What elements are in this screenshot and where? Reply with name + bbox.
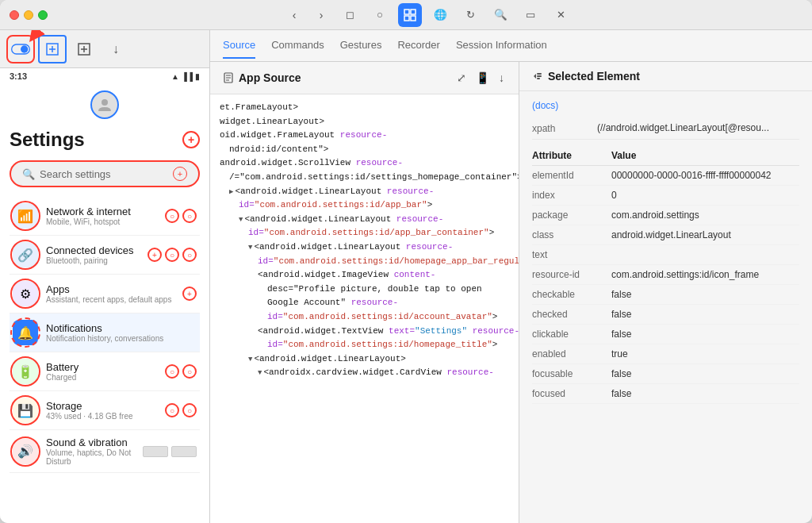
- connected-name: Connected devices: [46, 244, 140, 256]
- list-item[interactable]: 🔊 Sound & vibration Volume, haptics, Do …: [10, 430, 200, 473]
- tab-gestures[interactable]: Gestures: [340, 33, 382, 59]
- search-icon: 🔍: [22, 168, 35, 180]
- battery-circle[interactable]: ○: [165, 364, 179, 379]
- settings-title: Settings: [10, 129, 85, 151]
- select-element-button[interactable]: [38, 35, 67, 63]
- battery-info: Battery Charged: [46, 361, 157, 382]
- svg-rect-0: [404, 10, 409, 14]
- list-item[interactable]: 🔔 Notifications Notification history, co…: [10, 313, 200, 352]
- signal-icon: ▐▐: [182, 72, 193, 81]
- list-item[interactable]: ⚙ Apps Assistant, recent apps, default a…: [10, 275, 200, 313]
- table-row: focusablefalse: [532, 364, 799, 384]
- docs-link[interactable]: (docs): [532, 100, 558, 111]
- tab-commands[interactable]: Commands: [271, 33, 324, 59]
- list-item[interactable]: 📶 Network & internet Mobile, WiFi, hotsp…: [10, 197, 200, 236]
- connected-add[interactable]: +: [147, 248, 162, 262]
- connected-circle[interactable]: ○: [165, 248, 179, 262]
- list-item[interactable]: 🔋 Battery Charged ○ ○: [10, 352, 200, 391]
- storage-circle[interactable]: ○: [165, 403, 179, 417]
- attributes-table: Attribute Value elementId00000000-0000-0…: [532, 146, 799, 404]
- attr-value-cell: false: [611, 364, 799, 384]
- table-row: classandroid.widget.LinearLayout: [532, 225, 799, 245]
- attr-value-cell: [611, 245, 799, 265]
- xml-source: et.FrameLayout> widget.LinearLayout> oid…: [210, 94, 519, 523]
- battery-desc: Charged: [46, 373, 157, 382]
- globe-button[interactable]: 🌐: [428, 3, 452, 27]
- attr-name-cell: clickable: [532, 325, 611, 344]
- settings-title-row: Settings +: [10, 129, 200, 151]
- attribute-col-header: Attribute: [532, 146, 611, 166]
- storage-icon: 💾: [13, 398, 38, 423]
- tabs-bar: Source Commands Gestures Recorder Sessio…: [210, 30, 812, 62]
- mobile-view-button[interactable]: 📱: [474, 70, 491, 86]
- battery-actions: ○ ○: [165, 364, 197, 379]
- svg-rect-3: [411, 16, 416, 21]
- circle-button[interactable]: ○: [368, 3, 392, 27]
- battery-icon: ▮: [195, 72, 200, 81]
- connected-circle2[interactable]: ○: [182, 248, 197, 262]
- svg-rect-1: [411, 10, 416, 14]
- apps-actions: +: [182, 286, 197, 301]
- expand-source-button[interactable]: ⤢: [455, 70, 468, 86]
- screen-button[interactable]: ▭: [519, 3, 542, 27]
- download-button[interactable]: ↓: [102, 35, 130, 63]
- table-row: focusedfalse: [532, 384, 799, 404]
- refresh-button[interactable]: ↻: [458, 3, 482, 27]
- search-bar[interactable]: 🔍 Search settings +: [10, 160, 200, 187]
- source-panel-header: App Source ⤢ 📱 ↓: [210, 62, 519, 94]
- device-panel: ↓ 3:13 ▲ ▐▐ ▮: [0, 30, 210, 523]
- inspector-panel: Source Commands Gestures Recorder Sessio…: [210, 30, 812, 523]
- minimize-window-button[interactable]: [24, 10, 33, 20]
- close-window-button[interactable]: [10, 10, 19, 20]
- attr-name-cell: resource-id: [532, 265, 611, 285]
- tab-source[interactable]: Source: [223, 33, 255, 59]
- sound-actions: [143, 446, 197, 457]
- grid-button[interactable]: [398, 3, 422, 27]
- attr-name-cell: elementId: [532, 166, 611, 186]
- table-row: checkablefalse: [532, 285, 799, 305]
- apps-info: Apps Assistant, recent apps, default app…: [46, 283, 174, 304]
- add-element-button[interactable]: [70, 35, 98, 63]
- list-item[interactable]: 💾 Storage 43% used · 4.18 GB free ○ ○: [10, 391, 200, 430]
- close-button[interactable]: ✕: [549, 3, 573, 27]
- wifi-icon: ▲: [171, 72, 179, 81]
- selected-element-panel: Selected Element (docs) xpath (//android…: [519, 62, 812, 523]
- apps-icon: ⚙: [13, 281, 38, 306]
- storage-circle2[interactable]: ○: [182, 403, 197, 417]
- forward-button[interactable]: ›: [311, 5, 331, 25]
- attr-name-cell: index: [532, 186, 611, 206]
- maximize-window-button[interactable]: [38, 10, 48, 20]
- notifications-icon: 🔔: [13, 320, 38, 345]
- back-button[interactable]: ‹: [284, 5, 304, 25]
- add-settings-button[interactable]: +: [182, 131, 200, 148]
- tab-recorder[interactable]: Recorder: [397, 33, 439, 59]
- download-source-button[interactable]: ↓: [497, 70, 506, 86]
- title-bar-center: ‹ › ◻ ○ 🌐 ↻ 🔍 ▭ ✕: [54, 3, 802, 27]
- xpath-row: xpath (//android.widget.LinearLayout[@re…: [532, 117, 799, 140]
- attr-value-cell: false: [611, 325, 799, 344]
- apps-add[interactable]: +: [182, 286, 197, 301]
- selected-element-title: Selected Element: [548, 70, 640, 83]
- list-item[interactable]: 🔗 Connected devices Bluetooth, pairing +…: [10, 236, 200, 275]
- network-info: Network & internet Mobile, WiFi, hotspot: [46, 206, 157, 226]
- selected-element-header: Selected Element: [519, 62, 812, 91]
- network-circle-action[interactable]: ○: [165, 209, 179, 223]
- svg-rect-12: [537, 78, 540, 79]
- attr-name-cell: checkable: [532, 285, 611, 305]
- search-add-button[interactable]: +: [173, 167, 187, 181]
- square-button[interactable]: ◻: [338, 3, 362, 27]
- settings-list: 📶 Network & internet Mobile, WiFi, hotsp…: [10, 197, 200, 473]
- tab-session-info[interactable]: Session Information: [456, 33, 547, 59]
- profile-area: [0, 84, 209, 122]
- network-desc: Mobile, WiFi, hotspot: [46, 217, 157, 226]
- profile-avatar: [90, 90, 119, 119]
- toggle-inspector-button[interactable]: [6, 35, 35, 63]
- battery-circle2[interactable]: ○: [182, 364, 197, 379]
- notifications-desc: Notification history, conversations: [46, 334, 197, 343]
- search-button[interactable]: 🔍: [488, 3, 512, 27]
- toolbar: ↓: [0, 30, 209, 68]
- connected-desc: Bluetooth, pairing: [46, 256, 140, 265]
- network-circle-action2[interactable]: ○: [182, 209, 197, 223]
- table-row: text: [532, 245, 799, 265]
- table-row: packagecom.android.settings: [532, 206, 799, 225]
